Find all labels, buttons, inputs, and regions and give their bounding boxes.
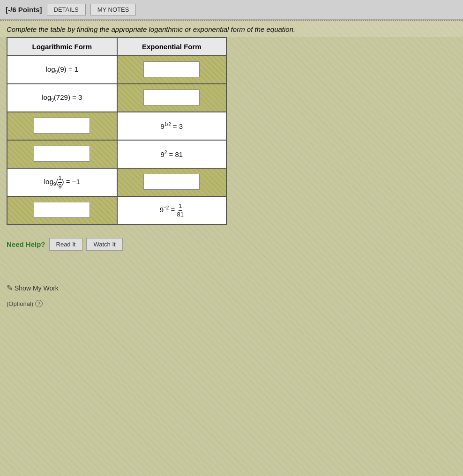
log-input-4[interactable] [34, 146, 90, 162]
col-log-header: Logarithmic Form [7, 37, 117, 56]
exp-cell-4: 92 = 81 [117, 140, 226, 168]
exp-input-2[interactable] [143, 89, 200, 105]
log-cell-5: log9(19) = −1 [7, 168, 117, 196]
math-table: Logarithmic Form Exponential Form log9(9… [7, 37, 227, 225]
exp-form-4: 92 = 81 [160, 150, 183, 158]
exp-form-3: 91/2 = 3 [160, 122, 183, 130]
exp-cell-6: 9−2 = 181 [117, 196, 226, 224]
show-work-section: ✎ Show My Work [0, 255, 463, 297]
table-row: 92 = 81 [7, 140, 226, 168]
log-cell-4[interactable] [7, 140, 117, 168]
watch-it-button[interactable]: Watch It [86, 238, 122, 251]
info-icon[interactable]: ? [35, 300, 43, 307]
log-input-6[interactable] [34, 202, 90, 218]
exp-form-6: 9−2 = 181 [160, 206, 184, 214]
table-row: 91/2 = 3 [7, 112, 226, 140]
exp-cell-2[interactable] [117, 84, 226, 112]
top-bar: [-/6 Points] DETAILS MY NOTES [0, 0, 463, 20]
log-form-1: log9(9) = 1 [46, 65, 78, 73]
log-cell-1: log9(9) = 1 [7, 56, 117, 84]
log-cell-2: log9(729) = 3 [7, 84, 117, 112]
optional-text: (Optional) [7, 300, 33, 307]
exp-cell-3: 91/2 = 3 [117, 112, 226, 140]
exp-input-5[interactable] [143, 174, 200, 190]
log-form-2: log9(729) = 3 [42, 93, 82, 101]
table-row: log9(19) = −1 [7, 168, 226, 196]
exp-cell-1[interactable] [117, 56, 226, 84]
optional-section: (Optional) ? [0, 297, 463, 310]
exp-cell-5[interactable] [117, 168, 226, 196]
log-cell-3[interactable] [7, 112, 117, 140]
exp-input-1[interactable] [143, 61, 200, 77]
table-row: log9(9) = 1 [7, 56, 226, 84]
table-row: log9(729) = 3 [7, 84, 226, 112]
log-form-5: log9(19) = −1 [44, 178, 80, 186]
show-work-icon: ✎ [7, 283, 13, 292]
col-exp-header: Exponential Form [117, 37, 226, 56]
notes-button[interactable]: MY NOTES [90, 4, 136, 15]
table-row: 9−2 = 181 [7, 196, 226, 224]
log-input-3[interactable] [34, 118, 90, 134]
need-help-section: Need Help? Read It Watch It [0, 233, 463, 255]
need-help-label: Need Help? [7, 240, 45, 248]
read-it-button[interactable]: Read It [49, 238, 83, 251]
points-label: [-/6 Points] [6, 6, 42, 14]
table-container: Logarithmic Form Exponential Form log9(9… [0, 37, 463, 231]
show-work-link[interactable]: ✎ Show My Work [7, 283, 456, 292]
details-button[interactable]: DETAILS [47, 4, 86, 15]
instruction-text: Complete the table by finding the approp… [0, 21, 463, 37]
show-work-label: Show My Work [15, 284, 59, 292]
log-cell-6[interactable] [7, 196, 117, 224]
